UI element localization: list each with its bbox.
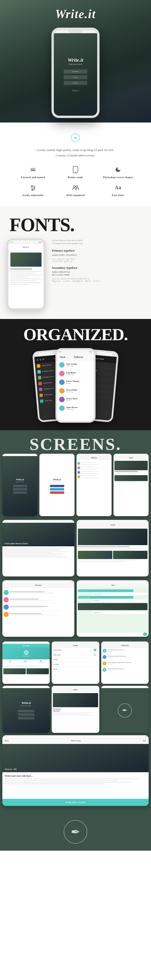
notif-item-1[interactable]: ♥ Tyler Jordan liked your story 2 min ag… [101, 648, 149, 654]
mini-status-1: 9:41●● [2, 454, 37, 456]
follower-item-3[interactable]: Patrice Thomas Follow [57, 378, 94, 387]
notif-icon-3: ✎ [103, 662, 106, 665]
settings-notifications-toggle[interactable] [94, 649, 98, 651]
tall-phone-messages-inner: 9:41●●● Messages [2, 580, 74, 637]
layers-icon [29, 165, 37, 174]
mini-status-4: 9:41●● [114, 454, 149, 456]
signin-twitter[interactable] [13, 488, 27, 490]
settings-privacy[interactable]: Privacy › [52, 657, 99, 662]
settings-darkmode[interactable]: Dark Mode [52, 652, 99, 657]
description-section: ✒ Lovely crafted, high quality, ready-to… [0, 123, 151, 206]
followers-title: Followers [74, 356, 83, 358]
msg-text-2 [10, 598, 73, 601]
sm-fb-btn[interactable] [18, 710, 34, 713]
tall-line-5 [3, 554, 63, 555]
feather-icon-display: ✒ [122, 707, 127, 714]
feature-fonts-label: Free fonts [112, 194, 124, 196]
follower-name-5: Jessica Wood [66, 398, 92, 399]
chat-input[interactable] [78, 633, 142, 636]
article-line-6 [10, 280, 35, 281]
settings-darkmode-toggle[interactable] [94, 654, 98, 656]
mini-feed-line-2 [114, 474, 135, 474]
med-status-settings: 9:41●● [52, 641, 99, 644]
svg-rect-2 [31, 170, 35, 171]
chat-bubble-3: Did you read my story? [78, 596, 133, 598]
notif-item-4[interactable]: ♥ Steven White liked your story 1 hour a… [101, 667, 149, 673]
org-phone-front-status: 9:41 ●●● [57, 350, 94, 354]
tall-phone-article-1: 9:41●●● 5 Facts about Norway Fjords [2, 520, 74, 576]
signin-light-twitter[interactable] [50, 488, 64, 490]
notif-time-2: 5 min ago [108, 657, 147, 658]
primary-typeface: Primary typeface AaBbCcDdEe FfGgHhIiJj L… [52, 249, 144, 262]
back-button[interactable]: ‹ Back [59, 356, 65, 358]
write-story-content: Majestic cliff Write your story title he… [2, 744, 149, 806]
tall-chat-content: Hey! How are you? I'm great, thanks! Did… [77, 588, 149, 632]
feather-display-section: ✒ [0, 813, 151, 851]
follower-item-6[interactable]: James Brown Following [57, 404, 94, 413]
signin-light-google[interactable] [50, 492, 64, 494]
follower-item-5[interactable]: Jessica Wood Follow [57, 395, 94, 404]
med-notifications-header: Notifications [101, 644, 149, 648]
publish-story-btn[interactable]: PUBLISH STORY [2, 799, 149, 806]
follower-item-2[interactable]: Lula Bland Following [57, 369, 94, 378]
notif-icon-4: ♥ [103, 668, 106, 671]
secondary-typeface-name: Secondary typeface [52, 266, 144, 270]
chat-img [78, 603, 148, 610]
settings-notifications[interactable]: Notifications [52, 648, 99, 652]
msg-item-2[interactable] [3, 596, 73, 603]
send-btn[interactable] [143, 633, 147, 636]
notif-item-2[interactable]: + Lula Bland started following you 5 min… [101, 654, 149, 660]
msg-name-3 [10, 606, 48, 607]
settings-privacy-label: Privacy [53, 659, 58, 660]
tall-line-1 [3, 548, 66, 549]
follower-avatar-6 [59, 406, 65, 411]
mini-follower-lines-4 [81, 475, 111, 479]
notif-time-4: 1 hour ago [108, 670, 147, 671]
facebook-btn[interactable]: Facebook [64, 70, 87, 74]
msg-item-3[interactable] [3, 603, 73, 611]
signin-facebook[interactable] [13, 485, 27, 487]
sm-gp-btn[interactable] [18, 717, 34, 719]
mini-follower-lines-2 [81, 466, 111, 470]
notif-icon-2: + [103, 655, 106, 659]
msg-item-4[interactable] [3, 611, 73, 618]
svg-point-8 [31, 185, 32, 187]
med-post-thumb-2 [26, 668, 49, 674]
med-profile-line-2 [3, 667, 35, 667]
write-story-post[interactable]: Post [143, 740, 146, 742]
primary-typeface-name: Primary typeface [52, 249, 144, 253]
mini-feed-img-2 [114, 475, 148, 481]
sm-phone-writestorycta: 9:41●● Write.it Share your stories [2, 686, 50, 733]
twitter-btn[interactable]: Twitter [64, 75, 87, 80]
organized-section: ORGANIZED. 9:41 ●●● Layers [0, 319, 151, 430]
mini-avatar-3 [77, 471, 80, 474]
tall-messages-header: Messages [2, 583, 74, 588]
mini-feed-line-1 [114, 473, 141, 473]
notif-item-3[interactable]: ✎ Patrice Thomas commented on your story… [101, 660, 149, 667]
org-phone-frame-front: 9:41 ●●● ‹ Back Followers Tyler Jordan F… [56, 348, 95, 422]
settings-account[interactable]: Account › [52, 662, 99, 667]
notif-text-4: Steven White liked your story [108, 668, 147, 670]
msg-text-4 [10, 613, 73, 615]
sm-article-content: MysteriousFjord Kit [52, 692, 99, 733]
msg-preview-1 [10, 593, 54, 593]
tall-status-1: 9:41●●● [2, 520, 74, 523]
med-profile-posts-grid [3, 668, 49, 674]
sm-tw-btn[interactable] [18, 713, 34, 716]
google-btn[interactable]: Google+ [64, 81, 87, 85]
follower-sub-3: Follow [66, 382, 92, 384]
follower-text-3: Patrice Thomas Follow [66, 380, 92, 384]
settings-about[interactable]: About › [52, 667, 99, 671]
write-story-back[interactable]: Back [5, 740, 8, 742]
follower-item-4[interactable]: Steven White Following [57, 387, 94, 395]
article-line-7 [10, 282, 42, 283]
med-profile-stats: 24 Posts 1.2k Followers 89 Following [2, 659, 50, 664]
org-dark-text-3: Messages Screen [43, 375, 54, 378]
mini-phone-feed: 9:41●● Stories [114, 454, 149, 516]
signin-google[interactable] [13, 492, 27, 494]
msg-item-1[interactable] [3, 589, 73, 596]
signin-light-facebook[interactable] [50, 485, 64, 487]
med-status-profile: 9:41●● [2, 641, 50, 644]
follower-item-1[interactable]: Tyler Jordan Following [57, 361, 94, 369]
screens-heading-wrapper: SCREENS. SCREENS. [0, 435, 151, 454]
